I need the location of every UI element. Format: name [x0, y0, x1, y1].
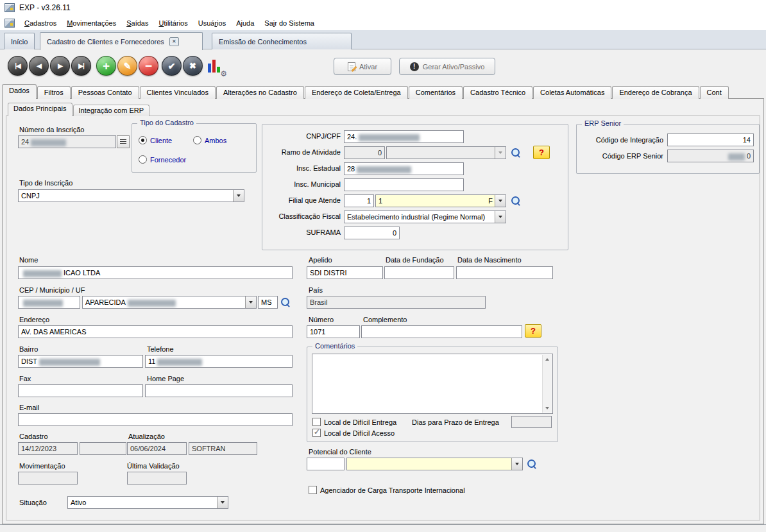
tab-emissao-conhecimentos[interactable]: Emissão de Conhecimentos [212, 33, 352, 49]
uf-field[interactable]: MS [258, 296, 278, 309]
tab-alteracoes-cadastro[interactable]: Alterações no Cadastro [216, 86, 304, 99]
delete-record-button[interactable]: − [139, 56, 158, 76]
tab-endereco-coleta-entrega[interactable]: Endereço de Coleta/Entrega [305, 86, 408, 99]
tipo-inscricao-select[interactable]: CNPJ [18, 189, 244, 202]
insc-municipal-field[interactable] [344, 178, 464, 191]
menu-item-sair[interactable]: Sair do Sistema [260, 17, 319, 29]
atualizacao-data-field: 06/06/2024 [127, 442, 187, 455]
potencial-search-icon[interactable] [527, 459, 536, 468]
ramo-atividade-help-button[interactable]: ? [533, 146, 550, 159]
potencial-select[interactable] [346, 458, 523, 470]
email-field[interactable] [18, 413, 293, 426]
numero-inscricao-lookup-button[interactable] [117, 135, 130, 148]
gerar-ativo-passivo-button[interactable]: ! Gerar Ativo/Passivo [399, 58, 495, 75]
numero-field[interactable]: 1071 [307, 325, 360, 338]
tab-contatos-clipped[interactable]: Cont [700, 86, 729, 99]
dropdown-icon [495, 147, 506, 159]
homepage-field[interactable] [145, 384, 293, 397]
dropdown-icon[interactable] [233, 190, 244, 202]
menu-item-ajuda[interactable]: Ajuda [232, 17, 259, 29]
potencial-code-field[interactable] [307, 458, 345, 470]
codigo-integracao-field[interactable]: 14 [667, 133, 754, 146]
ramo-atividade-label: Ramo de Atividade [267, 148, 341, 156]
menu-item-movimentacoes[interactable]: Movimentações [62, 17, 121, 29]
situacao-select[interactable]: Ativo [67, 496, 228, 509]
dropdown-icon[interactable] [245, 296, 256, 308]
nav-next-button[interactable]: ▶ [50, 56, 70, 76]
dropdown-icon[interactable] [495, 195, 506, 207]
dificil-entrega-checkbox[interactable] [312, 418, 321, 426]
bairro-label: Bairro [19, 345, 38, 353]
field-value: SDI DISTRI [310, 269, 346, 277]
insc-estadual-field[interactable]: 28 [344, 162, 464, 175]
chart-settings-button[interactable]: ⚙ [206, 56, 225, 76]
tab-pessoas-contato[interactable]: Pessoas Contato [71, 86, 139, 99]
dias-prazo-entrega-field [511, 416, 552, 428]
tab-cadastro-tecnico[interactable]: Cadastro Técnico [463, 86, 532, 99]
cancel-button[interactable]: ✖ [183, 56, 203, 76]
telefone-field[interactable]: 11 [145, 355, 293, 368]
municipio-search-icon[interactable] [281, 298, 290, 307]
insc-estadual-label: Insc. Estadual [267, 164, 341, 172]
bairro-field[interactable]: DIST [18, 355, 143, 368]
agenciador-checkbox[interactable] [309, 486, 317, 494]
tab-comentarios[interactable]: Comentários [409, 86, 463, 99]
menu-item-usuarios[interactable]: Usuários [194, 17, 230, 29]
municipio-select[interactable]: APARECIDA [82, 296, 257, 309]
dropdown-icon[interactable] [495, 211, 506, 223]
tab-coletas-automaticas[interactable]: Coletas Automáticas [533, 86, 611, 99]
app-window: EXP - v3.26.11 Cadastros Movimentações S… [0, 0, 766, 532]
menu-item-cadastros[interactable]: Cadastros [20, 17, 61, 29]
field-value: 1 [379, 197, 382, 205]
dropdown-icon[interactable] [511, 458, 522, 470]
nav-prev-button[interactable]: ◀ [29, 56, 49, 76]
cep-field[interactable] [18, 296, 80, 309]
radio-fornecedor[interactable]: Fornecedor [139, 155, 186, 164]
field-value: Ativo [71, 499, 86, 506]
radio-cliente[interactable]: Cliente [139, 136, 172, 144]
apelido-label: Apelido [309, 256, 332, 264]
tab-filtros[interactable]: Filtros [37, 86, 71, 99]
filial-code-field[interactable]: 1 [344, 194, 374, 207]
radio-ambos[interactable]: Ambos [193, 136, 226, 144]
dropdown-icon[interactable] [217, 497, 228, 508]
nome-field[interactable]: ICAO LTDA [18, 266, 293, 279]
scroll-down-icon[interactable] [543, 404, 552, 413]
menu-item-saidas[interactable]: Saídas [122, 17, 153, 29]
cnpj-field[interactable]: 24. [344, 130, 464, 143]
data-nascimento-field[interactable] [456, 266, 553, 279]
edit-record-button[interactable]: ✎ [117, 56, 137, 76]
tipo-cadastro-group: Tipo do Cadastro [132, 123, 257, 173]
filial-search-icon[interactable] [511, 196, 520, 205]
endereco-field[interactable]: AV. DAS AMERICAS [18, 325, 293, 338]
confirm-button[interactable]: ✔ [162, 56, 182, 76]
scrollbar[interactable] [542, 355, 552, 413]
ativar-button[interactable]: Ativar [334, 58, 391, 75]
suframa-field[interactable]: 0 [344, 227, 400, 239]
apelido-field[interactable]: SDI DISTRI [307, 266, 383, 279]
pais-field: Brasil [307, 296, 486, 309]
tab-inicio[interactable]: Início [4, 33, 35, 49]
menu-item-utilitarios[interactable]: Utilitários [154, 17, 192, 29]
tab-cadastro-clientes[interactable]: Cadastro de Clientes e Fornecedores ✕ [40, 32, 203, 50]
add-record-button[interactable]: + [96, 56, 116, 76]
filial-select[interactable]: 1 F [375, 194, 506, 207]
ramo-atividade-search-icon[interactable] [511, 148, 520, 157]
complemento-field[interactable] [361, 325, 522, 338]
comentarios-textarea[interactable] [312, 354, 553, 414]
fax-field[interactable] [18, 384, 143, 397]
nav-first-button[interactable]: |◀ [8, 56, 28, 76]
tab-endereco-cobranca[interactable]: Endereço de Cobrança [612, 86, 699, 99]
radio-icon [139, 136, 147, 144]
close-tab-icon[interactable]: ✕ [169, 37, 179, 46]
tab-clientes-vinculados[interactable]: Clientes Vinculados [140, 86, 216, 99]
scroll-up-icon[interactable] [543, 355, 552, 364]
field-value: 24 [21, 138, 29, 146]
data-fundacao-field[interactable] [384, 266, 454, 279]
nav-last-button[interactable]: ▶| [71, 56, 91, 76]
subtab-dados-principais[interactable]: Dados Principais [8, 103, 72, 116]
tab-dados[interactable]: Dados [2, 84, 37, 99]
subtab-integracao-erp[interactable]: Integração com ERP [73, 105, 150, 116]
classificacao-fiscal-select[interactable]: Estabelecimento industrial (Regime Norma… [344, 210, 506, 223]
complemento-help-button[interactable]: ? [525, 324, 541, 338]
